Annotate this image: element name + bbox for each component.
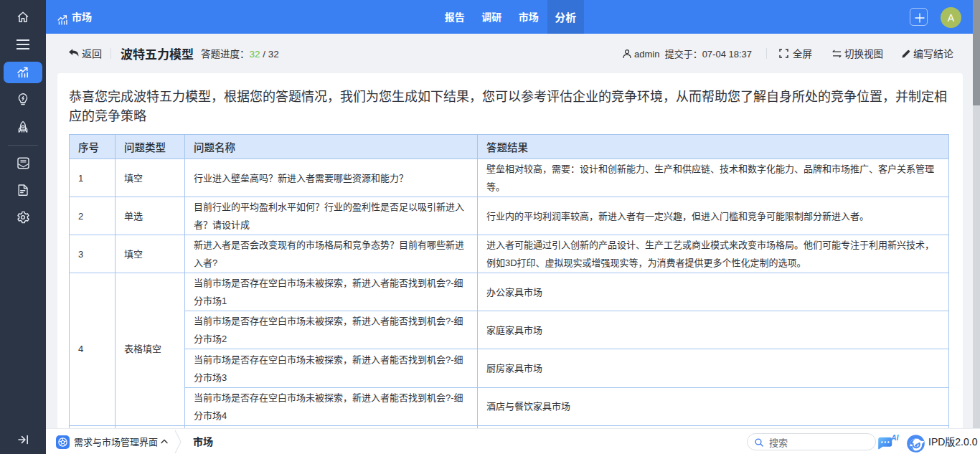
svg-text:AI: AI [890, 433, 900, 442]
